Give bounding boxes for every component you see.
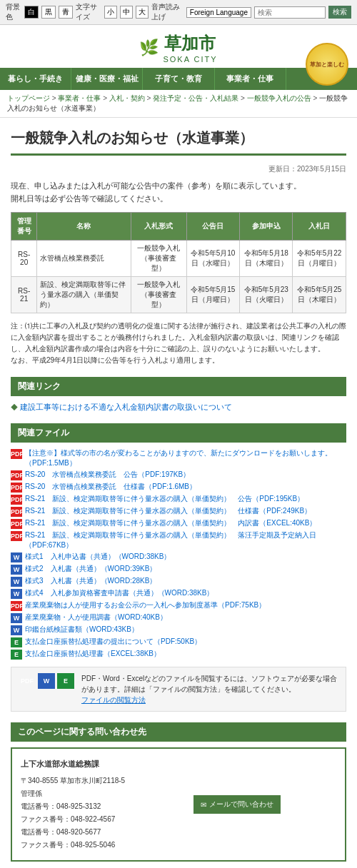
bg-color-label: 背景色 <box>6 2 21 22</box>
foreign-lang-btn[interactable]: Foreign Language <box>186 7 251 18</box>
contact-fax1: ファクス番号：048-922-4567 <box>21 813 192 826</box>
size-medium-btn[interactable]: 中 <box>120 6 133 19</box>
file-link[interactable]: 【注意※】様式等の市の名が変わることがありますので、新たにダウンロードをお願いし… <box>25 448 346 468</box>
site-header-wrapper: 🌿 草加市 SOKA CITY 草加と楽しむ <box>0 25 357 68</box>
breadcrumb-bid[interactable]: 入札・契約 <box>109 94 145 102</box>
font-size-label: 文字サイズ <box>76 2 101 22</box>
file-link[interactable]: RS-21 新設、検定満期取替等に伴う量水器の購入（単価契約） 公告（PDF:1… <box>25 494 304 504</box>
cell-bid-date: 令和5年5月25日（木曜日） <box>293 277 346 313</box>
list-item: E 支払金口座振替払処理書（EXCEL:38KB） <box>11 649 346 660</box>
word-icon: W <box>11 577 22 587</box>
main-content: 一般競争入札のお知らせ（水道事業） 更新日：2023年5月15日 現在、申し込み… <box>0 118 357 868</box>
file-link[interactable]: RS-20 水管橋点検業務委託 公告（PDF:197KB） <box>25 470 190 480</box>
file-link[interactable]: 様式4 入札参加資格審査申請書（共通）（WORD:38KB） <box>25 588 213 598</box>
word-icon-small: W <box>38 673 55 689</box>
update-date: 更新日：2023年5月15日 <box>11 164 346 174</box>
mail-button[interactable]: ✉ メールで問い合わせ <box>193 795 281 814</box>
file-list: PDF 【注意※】様式等の市の名が変わることがありますので、新たにダウンロードを… <box>11 448 346 660</box>
nav-business[interactable]: 事業者・仕事 <box>215 68 286 90</box>
list-item: PDF RS-20 水管橋点検業務委託 公告（PDF:197KB） <box>11 470 346 480</box>
breadcrumb-public[interactable]: 一般競争入札の公告 <box>247 94 311 102</box>
search-button[interactable]: 検索 <box>328 6 351 19</box>
related-link-list: 建設工事等における不適な入札金額内訳書の取扱いについて <box>11 402 346 413</box>
file-link[interactable]: 印鑑台紙検証書類（WORD:43KB） <box>25 625 139 635</box>
col-name: 名称 <box>37 213 131 241</box>
list-item: W 産業廃棄物・人が使用調書（WORD:40KB） <box>11 612 346 623</box>
file-link[interactable]: RS-21 新設、検定満期取替等に伴う量水器の購入（単価契約） 仕様書（PDF:… <box>25 506 311 516</box>
file-link[interactable]: 様式1 入札申込書（共通）（WORD:38KB） <box>25 552 171 562</box>
color-blue-btn[interactable]: 青 <box>59 6 73 19</box>
word-icon: W <box>11 613 22 623</box>
cell-id: RS-21 <box>11 277 37 313</box>
list-item: W 様式1 入札申込書（共通）（WORD:38KB） <box>11 552 346 562</box>
contact-address: 〒340-8555 草加市氷川町2118-5 <box>21 774 192 787</box>
cell-announce: 令和5年5月15日（月曜日） <box>186 277 239 313</box>
related-file-header: 関連ファイル <box>11 423 346 443</box>
color-white-btn[interactable]: 白 <box>24 6 39 19</box>
main-nav: 暮らし・手続き 健康・医療・福祉 子育て・教育 事業者・仕事 市政 <box>0 68 357 90</box>
related-link[interactable]: 建設工事等における不適な入札金額内訳書の取扱いについて <box>20 403 232 411</box>
voice-label: 音声読み上げ <box>151 2 182 22</box>
pdf-icon: PDF <box>11 483 22 493</box>
pdf-note-box: PDF W E PDF・Word・Excelなどのファイルを閲覧するには、ソフト… <box>11 667 346 712</box>
pdf-view-link[interactable]: ファイルの閲覧方法 <box>81 696 146 704</box>
word-icon: W <box>11 589 22 599</box>
cell-id: RS-20 <box>11 241 37 277</box>
file-link[interactable]: 支払金口座振替払処理書の提出について（PDF:50KB） <box>25 637 201 647</box>
file-link[interactable]: 産業廃棄物・人が使用調書（WORD:40KB） <box>25 612 167 622</box>
nav-life[interactable]: 暮らし・手続き <box>0 68 71 90</box>
note-text: 注：⑴共に工事の入札及び契約の透明化の促進に関する法律が施行され、建設業者は公共… <box>11 321 346 366</box>
pdf-icon: PDF <box>11 601 22 611</box>
cell-apply: 令和5年5月23日（火曜日） <box>240 277 293 313</box>
table-row: RS-20 水管橋点検業務委託 一般競争入札（事後審査型） 令和5年5月10日（… <box>11 241 346 277</box>
color-black-btn[interactable]: 黒 <box>41 6 56 19</box>
file-link[interactable]: 様式3 入札書（共通）（WORD:28KB） <box>25 576 156 586</box>
site-logo: 🌿 草加市 SOKA CITY <box>0 32 357 64</box>
size-small-btn[interactable]: 小 <box>104 6 117 19</box>
cell-bid-type: 一般競争入札（事後審査型） <box>131 277 186 313</box>
cell-announce: 令和5年5月10日（水曜日） <box>186 241 239 277</box>
cell-name: 新設、検定満期取替等に伴う量水器の購入（単価契約） <box>37 277 131 313</box>
contact-box: 上下水道部水道総務課 〒340-8555 草加市氷川町2118-5 管理係 電話… <box>11 747 346 862</box>
breadcrumb-notice[interactable]: 発注予定・公告・入札結果 <box>153 94 238 102</box>
dept-name: 上下水道部水道総務課 <box>21 757 192 772</box>
leaf-icon: 🌿 <box>139 39 159 57</box>
size-large-btn[interactable]: 大 <box>136 6 149 19</box>
pdf-icon: PDF <box>11 531 22 541</box>
breadcrumb-business[interactable]: 事業者・仕事 <box>58 94 101 102</box>
nav-health[interactable]: 健康・医療・福祉 <box>71 68 143 90</box>
file-link[interactable]: RS-21 新設、検定満期取替等に伴う量水器の購入（単価契約） 内訳書（EXCE… <box>25 518 316 528</box>
file-link[interactable]: 産業廃棄物は人が使用するお金公示の一入札へ参加制度基準（PDF:75KB） <box>25 600 266 610</box>
list-item: W 様式2 入札書（共通）（WORD:39KB） <box>11 564 346 575</box>
contact-tel2: 電話番号：048-920-5677 <box>21 826 192 839</box>
list-item: PDF RS-20 水管橋点検業務委託 仕様書（PDF:1.6MB） <box>11 482 346 493</box>
excel-icon: E <box>11 650 22 660</box>
breadcrumb-home[interactable]: トップページ <box>7 94 50 102</box>
pdf-note-text: PDF・Word・Excelなどのファイルを閲覧するには、ソフトウェアが必要な場… <box>81 673 338 705</box>
related-link-header: 関連リンク <box>11 377 346 396</box>
pdf-icon: PDF <box>19 673 36 689</box>
list-item: PDF RS-21 新設、検定満期取替等に伴う量水器の購入（単価契約） 内訳書（… <box>11 518 346 529</box>
table-row: RS-21 新設、検定満期取替等に伴う量水器の購入（単価契約） 一般競争入札（事… <box>11 277 346 313</box>
bid-table: 管理番号 名称 入札形式 公告日 参加申込 入札日 RS-20 水管橋点検業務委… <box>11 212 346 313</box>
pdf-icon: PDF <box>11 449 22 459</box>
list-item: PDF RS-21 新設、検定満期取替等に伴う量水器の購入（単価契約） 公告（P… <box>11 494 346 505</box>
file-link[interactable]: 様式2 入札書（共通）（WORD:39KB） <box>25 564 156 574</box>
mail-icon: ✉ <box>201 801 206 809</box>
file-link[interactable]: RS-20 水管橋点検業務委託 仕様書（PDF:1.6MB） <box>25 482 196 492</box>
col-bid-type: 入札形式 <box>131 213 186 241</box>
site-header: 🌿 草加市 SOKA CITY <box>0 25 357 68</box>
list-item: PDF 【注意※】様式等の市の名が変わることがありますので、新たにダウンロードを… <box>11 448 346 468</box>
site-name-container: 草加市 SOKA CITY <box>163 32 217 64</box>
contact-tel1: 電話番号：048-925-3132 <box>21 800 192 813</box>
contact-section-header: このページに関する問い合わせ先 <box>11 722 346 742</box>
search-input[interactable] <box>254 6 326 19</box>
file-link[interactable]: RS-21 新設、検定満期取替等に伴う量水器の購入（単価契約） 落汪手定期及予定… <box>25 530 346 550</box>
nav-children[interactable]: 子育て・教育 <box>143 68 214 90</box>
excel-icon-small: E <box>57 673 74 689</box>
list-item: W 様式4 入札参加資格審査申請書（共通）（WORD:38KB） <box>11 588 346 599</box>
page-title: 一般競争入札のお知らせ（水道事業） <box>11 128 346 156</box>
pdf-icon: PDF <box>11 470 22 480</box>
list-item: W 様式3 入札書（共通）（WORD:28KB） <box>11 576 346 587</box>
file-link[interactable]: 支払金口座振替払処理書（EXCEL:38KB） <box>25 649 161 659</box>
